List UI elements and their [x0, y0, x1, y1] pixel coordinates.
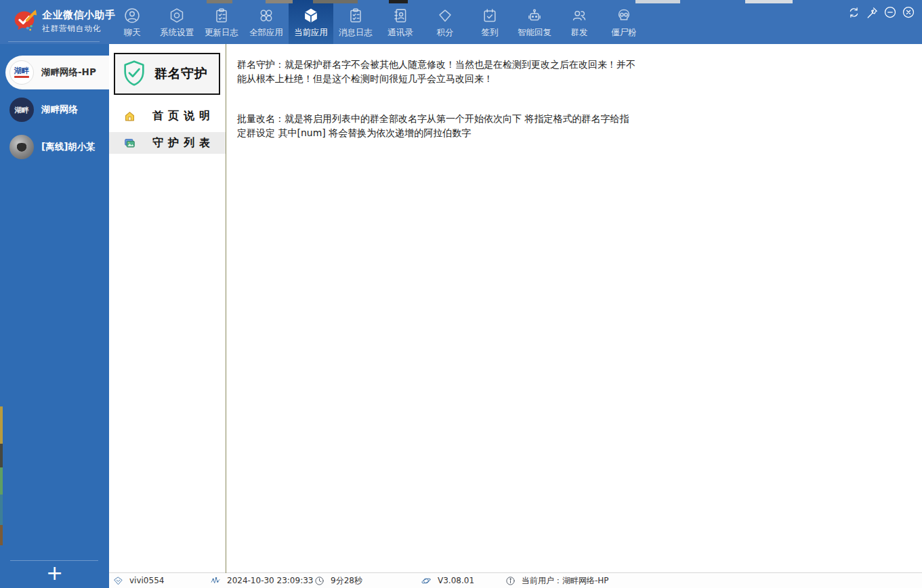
app-subtitle: 社群营销自动化 — [42, 24, 116, 34]
status-uptime: 9分28秒 — [314, 573, 362, 588]
signin-calendar-icon — [481, 7, 499, 24]
menu-item-home-guide[interactable]: 首页说明 — [109, 105, 226, 127]
account-item-hupan-hp[interactable]: 湖畔 湖畔网络-HP — [5, 56, 109, 89]
desktop-artifact — [266, 0, 293, 3]
account-item-offline-hu[interactable]: [离线]胡小某 — [0, 130, 109, 164]
tab-label: 更新日志 — [205, 27, 238, 39]
desktop-artifact — [0, 467, 3, 495]
account-name: 湖畔网络-HP — [41, 66, 96, 79]
status-text: 当前用户：湖畔网络-HP — [522, 575, 609, 587]
account-name: [离线]胡小某 — [41, 141, 96, 153]
menu-item-guard-list[interactable]: 守护列表 — [109, 132, 226, 154]
avatar: 湖畔 — [9, 60, 34, 85]
desktop-artifact — [0, 444, 3, 467]
tab-message-log[interactable]: 消息日志 — [333, 0, 378, 44]
refresh-icon — [847, 6, 860, 19]
app-logo-text: 企业微信小助手 社群营销自动化 — [42, 9, 116, 34]
tab-current-app[interactable]: 当前应用 — [289, 0, 333, 44]
main-area: 群名守护 首页说明 守护列表 群名守护：就是保护群名字不会被其他人随意修改！当然… — [109, 44, 922, 588]
changelog-icon — [213, 7, 230, 24]
nav-tabs: 聊天 系统设置 更新日志 全部应用 当前应用 消息日志 — [110, 0, 646, 44]
status-current-user: 当前用户：湖畔网络-HP — [505, 573, 609, 588]
app-window: 企业微信小助手 社群营销自动化 聊天 系统设置 更新日志 全部应用 — [0, 0, 922, 588]
tab-label: 积分 — [437, 27, 454, 39]
pin-icon — [866, 6, 879, 19]
group-send-icon — [570, 7, 588, 24]
status-version: V3.08.01 — [421, 573, 474, 588]
desktop-artifact — [389, 0, 408, 3]
account-name: 湖畔网络 — [41, 104, 78, 116]
tab-label: 智能回复 — [518, 27, 551, 39]
home-icon — [123, 110, 136, 123]
app-logo-icon — [10, 7, 40, 35]
zombie-skull-icon — [615, 7, 633, 24]
desktop-artifact — [745, 0, 793, 3]
tab-contacts[interactable]: 通讯录 — [378, 0, 423, 44]
contacts-icon — [392, 7, 409, 24]
refresh-button[interactable] — [846, 5, 861, 20]
user-info-icon — [505, 576, 516, 586]
tab-signin[interactable]: 签到 — [467, 0, 512, 44]
app-logo-area: 企业微信小助手 社群营销自动化 — [0, 0, 109, 44]
gallery-icon — [123, 137, 136, 150]
menu-item-label: 守护列表 — [152, 136, 215, 150]
all-apps-icon — [257, 7, 275, 24]
message-log-icon — [347, 7, 364, 24]
desktop-artifact — [0, 495, 3, 525]
logo-divider — [8, 41, 100, 42]
tab-label: 群发 — [571, 27, 588, 39]
pin-button[interactable] — [864, 5, 879, 20]
paragraph-batch-rename: 批量改名：就是将启用列表中的群全部改名字从第一个开始依次向下 将指定格式的群名字… — [237, 112, 635, 140]
desktop-artifact — [0, 406, 3, 444]
window-controls — [846, 5, 916, 20]
activity-pulse-icon — [210, 576, 221, 586]
panel-divider — [226, 44, 226, 573]
shield-check-icon — [121, 59, 148, 89]
add-account-button[interactable]: + — [0, 561, 109, 587]
app-title: 企业微信小助手 — [42, 9, 116, 22]
version-orbit-icon — [421, 576, 432, 586]
tab-label: 签到 — [482, 27, 499, 39]
status-datetime: 2024-10-30 23:09:33 — [210, 573, 313, 588]
close-icon — [902, 5, 915, 19]
status-bar: vivi0554 2024-10-30 23:09:33 9分28秒 V3.08… — [109, 572, 922, 588]
robot-icon — [526, 7, 543, 24]
tab-group-send[interactable]: 群发 — [557, 0, 602, 44]
license-badge-icon — [113, 576, 123, 586]
status-text: 2024-10-30 23:09:33 — [227, 576, 313, 585]
tab-label: 消息日志 — [339, 27, 373, 39]
tab-all-apps[interactable]: 全部应用 — [244, 0, 289, 44]
description-content: 群名守护：就是保护群名字不会被其他人随意修改！当然也是在检测到更改之后在改回来！… — [237, 44, 922, 140]
minimize-icon — [883, 5, 897, 19]
tab-changelog[interactable]: 更新日志 — [199, 0, 244, 44]
desktop-artifact — [635, 0, 680, 3]
desktop-artifact — [0, 525, 3, 545]
tab-chat[interactable]: 聊天 — [110, 0, 154, 44]
current-app-cube-icon — [302, 7, 320, 24]
points-diamond-icon — [436, 7, 454, 24]
paragraph-group-name-guard: 群名守护：就是保护群名字不会被其他人随意修改！当然也是在检测到更改之后在改回来！… — [237, 58, 635, 86]
tab-label: 僵尸粉 — [611, 27, 637, 39]
menu-item-label: 首页说明 — [152, 109, 215, 123]
chat-icon — [123, 7, 141, 24]
tab-label: 当前应用 — [294, 27, 328, 39]
desktop-artifact — [313, 0, 358, 3]
desktop-artifact — [207, 0, 232, 3]
status-text: V3.08.01 — [438, 576, 474, 585]
settings-hexagon-icon — [168, 7, 186, 24]
minimize-button[interactable] — [883, 5, 898, 20]
top-nav-bar: 企业微信小助手 社群营销自动化 聊天 系统设置 更新日志 全部应用 — [0, 0, 922, 44]
tab-system-settings[interactable]: 系统设置 — [154, 0, 199, 44]
feature-title: 群名守护 — [154, 65, 207, 83]
avatar: 湖畔 — [9, 98, 34, 122]
accounts-sidebar: 湖畔 湖畔网络-HP 湖畔 湖畔网络 [离线]胡小某 + — [0, 44, 109, 588]
close-button[interactable] — [901, 5, 916, 20]
clock-icon — [314, 576, 324, 586]
account-item-hupan[interactable]: 湖畔 湖畔网络 — [0, 93, 109, 127]
account-list: 湖畔 湖畔网络-HP 湖畔 湖畔网络 [离线]胡小某 — [0, 44, 109, 164]
feature-header-box: 群名守护 — [114, 53, 220, 95]
status-text: 9分28秒 — [331, 575, 362, 587]
tab-smart-reply[interactable]: 智能回复 — [512, 0, 557, 44]
tab-points[interactable]: 积分 — [423, 0, 467, 44]
tab-zombie-fans[interactable]: 僵尸粉 — [602, 0, 646, 44]
